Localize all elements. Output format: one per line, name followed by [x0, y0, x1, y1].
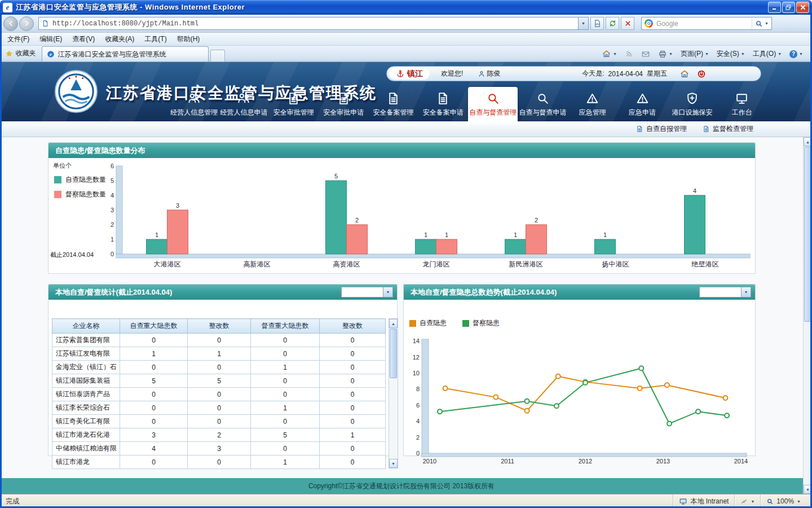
zoom-slider-icon — [740, 498, 748, 505]
nav-item[interactable]: 安全备案管理 — [368, 87, 418, 121]
search-options-caret[interactable]: ▼ — [765, 21, 769, 25]
search-button[interactable]: ▼ — [752, 17, 769, 29]
ie-window: e 江苏省港口安全监管与应急管理系统 - Windows Internet Ex… — [0, 0, 812, 508]
trend-chart-panel: 本地自查/督查隐患总数趋势(截止2014.04.04) ▼ 自查隐患 督察隐患 … — [403, 284, 756, 456]
table-row[interactable]: 镇江市港龙石化港3251 — [52, 428, 386, 442]
logout-icon[interactable] — [696, 69, 707, 79]
menu-item-5[interactable]: 工具(T) — [139, 33, 171, 46]
address-bar[interactable]: http://localhost:8080/yjpt/Main.html — [38, 17, 579, 30]
scroll-thumb[interactable] — [390, 329, 397, 378]
minimize-button[interactable] — [768, 2, 781, 13]
nav-item[interactable]: 经营人信息申请 — [219, 87, 268, 121]
home-shortcut-icon[interactable] — [679, 69, 690, 79]
trend-filter-dropdown[interactable]: ▼ — [699, 287, 751, 297]
category-label: 高新港区 — [244, 260, 271, 268]
bar — [147, 239, 167, 254]
nav-item[interactable]: 应急申请 — [617, 87, 667, 121]
compatibility-button[interactable] — [590, 17, 604, 30]
data-point — [667, 421, 672, 426]
stop-button[interactable] — [621, 17, 634, 30]
address-dropdown-button[interactable]: ▼ — [579, 17, 589, 30]
nav-item[interactable]: 安全备案申请 — [418, 87, 468, 121]
menu-item-3[interactable]: 查看(V) — [67, 33, 100, 46]
legend-swatch-self — [54, 176, 61, 183]
nav-item[interactable]: 安全审批管理 — [269, 87, 319, 121]
trend-chart-legend: 自查隐患 督察隐患 — [409, 318, 500, 328]
nav-item[interactable]: 港口设施保安 — [667, 87, 717, 121]
help-button[interactable]: ?▼ — [786, 49, 806, 59]
table-filter-dropdown[interactable]: ▼ — [341, 287, 393, 297]
bar-value-label: 1 — [155, 231, 158, 238]
table-row[interactable]: 镇江恒泰沥青产品0000 — [52, 388, 386, 401]
table-row[interactable]: 镇江市港龙0010 — [52, 456, 386, 469]
bar — [167, 210, 188, 254]
table-scrollbar[interactable]: ▲ ▼ — [389, 318, 398, 468]
value-cell: 0 — [320, 347, 386, 361]
bar-chart-legend: 自查隐患数量 督察隐患数量 — [54, 175, 106, 204]
shield-icon — [685, 91, 699, 106]
value-cell: 0 — [120, 361, 188, 374]
today-label: 今天是: — [582, 69, 604, 78]
menu-item-4[interactable]: 收藏夹(A) — [100, 33, 139, 46]
value-cell: 0 — [251, 415, 320, 428]
category-label: 绝壁港区 — [691, 260, 719, 268]
stats-table-panel: 本地自查/督查统计(截止2014.04.04) ▼ 企业名称自查重大隐患数整改数… — [48, 284, 398, 456]
nav-item[interactable]: 工作台 — [717, 87, 767, 121]
table-row[interactable]: 镇江港国际集装箱5500 — [52, 374, 386, 388]
bar-value-label: 4 — [693, 187, 696, 194]
nav-item[interactable]: 安全审批申请 — [319, 87, 368, 121]
back-button[interactable] — [3, 16, 18, 31]
nav-item[interactable]: 应急管理 — [568, 87, 617, 121]
legend-label-inspect: 督察隐患数量 — [65, 190, 106, 199]
menu-item-6[interactable]: 帮助(H) — [172, 33, 205, 46]
new-tab-stub[interactable] — [210, 50, 225, 62]
svg-text:5: 5 — [111, 177, 114, 184]
subnav-label: 监督检查管理 — [713, 124, 753, 134]
company-name-cell: 镇江市港龙 — [52, 456, 120, 469]
table-panel-header: 本地自查/督查统计(截止2014.04.04) ▼ — [48, 284, 397, 300]
table-row[interactable]: 江苏镇江发电有限1100 — [52, 347, 386, 361]
bar-value-label: 2 — [535, 217, 538, 224]
table-row[interactable]: 镇江李长荣综合石0010 — [52, 401, 386, 415]
chevron-down-icon[interactable]: ▼ — [383, 287, 392, 297]
subnav-item[interactable]: 自查自报管理 — [636, 124, 687, 134]
nav-label: 经营人信息管理 — [170, 108, 218, 117]
search-box[interactable]: G Google ▼ — [641, 17, 772, 30]
nav-label: 应急管理 — [579, 108, 606, 117]
scroll-down-arrow[interactable]: ▼ — [389, 459, 398, 468]
menu-item-2[interactable]: 编辑(E) — [34, 33, 67, 46]
nav-item[interactable]: 自查与督查管理 — [468, 87, 518, 121]
scroll-up-arrow[interactable]: ▲ — [389, 319, 398, 328]
favorites-button[interactable]: ★ 收藏夹 — [0, 49, 42, 62]
bar-value-label: 2 — [355, 217, 359, 224]
table-row[interactable]: 金海宏业（镇江）石0010 — [52, 361, 386, 374]
browser-tab[interactable]: e 江苏省港口安全监管与应急管理系统 — [42, 46, 209, 62]
window-frame-left — [0, 15, 2, 508]
nav-item[interactable]: 自查与督查申请 — [518, 87, 567, 121]
company-name-cell: 镇江港国际集装箱 — [52, 374, 120, 388]
table-row[interactable]: 江苏索普集团有限0000 — [52, 334, 386, 347]
safety-menu-button[interactable]: 安全(S)▼ — [713, 48, 748, 60]
refresh-button[interactable] — [606, 17, 619, 30]
menu-item-1[interactable]: 文件(F) — [2, 33, 34, 46]
page-menu-button[interactable]: 页面(P)▼ — [677, 48, 712, 60]
restore-button[interactable] — [782, 2, 795, 13]
trend-filter-value — [700, 287, 741, 297]
tools-menu-button[interactable]: 工具(O)▼ — [749, 48, 785, 60]
stats-table-wrap: 企业名称自查重大隐患数整改数督查重大隐患数整改数江苏索普集团有限0000江苏镇江… — [52, 318, 386, 469]
print-button[interactable]: ▼ — [655, 49, 676, 60]
data-point — [554, 404, 559, 408]
nav-item[interactable]: 经营人信息管理 — [169, 87, 219, 121]
home-button[interactable]: ▼ — [598, 48, 620, 60]
data-point — [725, 413, 729, 418]
forward-button[interactable] — [19, 16, 34, 31]
subnav-item[interactable]: 监督检查管理 — [703, 124, 753, 134]
chevron-down-icon[interactable]: ▼ — [741, 287, 751, 297]
table-row[interactable]: 镇江奇美化工有限0000 — [52, 415, 386, 428]
close-button[interactable] — [796, 2, 809, 13]
legend-label-self: 自查隐患 — [420, 318, 447, 328]
welcome-label: 欢迎您! — [441, 69, 463, 78]
feeds-button[interactable] — [621, 49, 637, 59]
table-row[interactable]: 中储粮镇江粮油有限4300 — [52, 442, 386, 456]
read-mail-button[interactable] — [638, 49, 654, 60]
